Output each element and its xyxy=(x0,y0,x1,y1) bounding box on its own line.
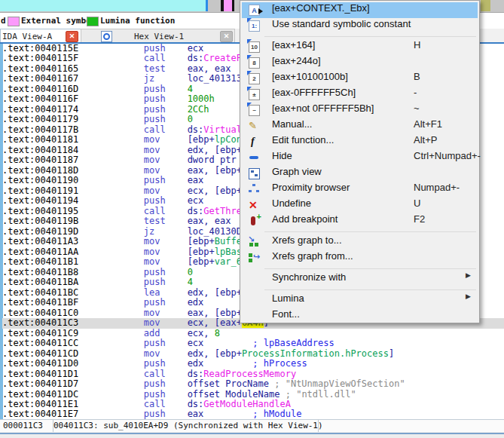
code-token: .text:00401167 xyxy=(2,73,144,84)
code-token: mov xyxy=(144,256,188,267)
code-token: .text:004011BA xyxy=(2,277,144,287)
navband-segment-library-function[interactable] xyxy=(0,0,206,11)
tab-ida-view-a[interactable]: IDA View-A ✕ xyxy=(0,29,81,43)
code-token: .text:004011BF xyxy=(2,297,144,308)
code-token: jz xyxy=(144,73,188,84)
code-token: ] xyxy=(389,348,394,359)
code-token: .text:00401165 xyxy=(2,63,144,74)
menu-item-label: Font... xyxy=(272,308,300,320)
menu-item-eax-context-ebx[interactable]: A[eax+CONTEXT._Ebx] xyxy=(242,2,478,18)
code-token: loc_401313 xyxy=(188,73,242,84)
disasm-line[interactable]: .text:004011D7 push offset ProcName ; "N… xyxy=(2,379,504,389)
code-token: .text:004011C3 xyxy=(2,317,144,328)
menu-item-synchronize-with[interactable]: Synchronize with▶ xyxy=(242,271,478,287)
menu-item-xrefs-graph-from[interactable]: ↪Xrefs graph from... xyxy=(242,250,478,266)
code-token: .text:00401181 xyxy=(2,134,144,145)
code-token: eax, [ebp+ xyxy=(188,165,242,176)
code-token: eax, eax xyxy=(188,216,231,226)
disasm-line[interactable]: .text:004011DC push offset ModuleName ; … xyxy=(2,390,504,400)
code-token: mov xyxy=(144,155,188,165)
menu-item-label: Lumina xyxy=(272,293,304,304)
code-token: ; lpBaseAddress xyxy=(252,338,334,348)
xrefs-from-icon: ↪ xyxy=(248,252,261,264)
code-token: push xyxy=(144,267,188,277)
disasm-line[interactable]: .text:004011CD mov edx, [ebp+ProcessInfo… xyxy=(2,349,504,359)
code-token: ReadProcessMemory xyxy=(203,369,296,379)
code-token: ecx, xyxy=(188,328,215,338)
menu-item-manual[interactable]: ✎Manual...Alt+F1 xyxy=(242,118,478,134)
menu-item-undefine[interactable]: ✕UndefineU xyxy=(242,198,478,213)
disasm-line[interactable]: .text:004011C9 add ecx, 8 xyxy=(2,329,504,338)
menu-item-eax-244o[interactable]: 8[eax+244o] xyxy=(242,55,478,71)
code-token: push xyxy=(144,277,188,287)
disasm-line[interactable]: .text:004011E7 push eax ; hModule xyxy=(2,409,504,419)
menu-shortcut: ~ xyxy=(414,103,420,114)
menu-item-label: [eax+164] xyxy=(272,39,315,51)
menu-separator xyxy=(264,289,476,290)
code-token: .text:00401179 xyxy=(2,114,144,124)
menu-item-edit-function[interactable]: fEdit function...Alt+P xyxy=(242,134,478,150)
submenu-arrow-icon: ▶ xyxy=(466,271,471,279)
menu-item-eax-0ffffff5ch[interactable]: ±[eax-0FFFFFF5Ch]- xyxy=(242,87,478,103)
tab-label: IDA View-A xyxy=(2,32,52,41)
code-token: .text:004011C0 xyxy=(2,308,144,318)
disasm-line[interactable]: .text:004011D1 call ds:ReadProcessMemory xyxy=(2,369,504,379)
navband-segment-data[interactable] xyxy=(490,0,504,11)
menu-shortcut: B xyxy=(414,71,420,82)
code-token: ds: xyxy=(188,369,204,379)
disasm-line[interactable]: .text:004011D0 push edx ; hProcess xyxy=(2,359,504,369)
code-token: offset xyxy=(188,389,226,400)
code-token: ecx xyxy=(188,43,204,54)
menu-shortcut: Numpad+- xyxy=(414,182,460,193)
code-token: push xyxy=(144,358,188,369)
menu-item-hide[interactable]: HideCtrl+Numpad+- xyxy=(242,150,478,166)
navband-segment-unexplored[interactable] xyxy=(481,0,490,11)
menu-item-lumina[interactable]: Lumina▶ xyxy=(242,293,478,308)
legend-label: Lumina function xyxy=(100,16,175,26)
code-token: .text:004011E1 xyxy=(2,399,144,409)
code-token: .text:0040116F xyxy=(2,93,144,104)
status-cell: 000011C3 xyxy=(0,420,53,432)
code-token: .text:00401190 xyxy=(2,175,144,185)
menu-separator xyxy=(264,36,476,37)
tab-hex-view-1[interactable]: Hex View-1 ✕ xyxy=(81,29,235,43)
undefine-icon: ✕ xyxy=(248,199,261,211)
code-token: mov xyxy=(144,247,188,257)
code-token: push xyxy=(144,195,188,206)
code-token: [ebp+ xyxy=(188,134,215,145)
menu-item-eax-164[interactable]: 10[eax+164]H xyxy=(242,39,478,55)
menu-item-label: Synchronize with xyxy=(272,271,346,283)
menu-item-xrefs-graph-to[interactable]: ↘Xrefs graph to... xyxy=(242,234,478,250)
menu-item-graph-view[interactable]: Graph view xyxy=(242,166,478,182)
code-token: call xyxy=(144,369,188,379)
menu-item-eax-10100100b[interactable]: 2[eax+10100100b]B xyxy=(242,71,478,87)
disasm-line[interactable]: .text:004011CC push ecx ; lpBaseAddress xyxy=(2,338,504,348)
code-token: ecx, [eax+ xyxy=(188,317,242,328)
code-token: push xyxy=(144,378,188,389)
code-token: .text:00401191 xyxy=(2,185,144,196)
code-token: mov xyxy=(144,185,188,196)
disasm-line[interactable]: .text:004011E1 call ds:GetModuleHandleA xyxy=(2,400,504,409)
code-token: push xyxy=(144,297,188,308)
navband-segment-data[interactable] xyxy=(208,0,221,11)
menu-item-eax-not-0ffffff5bh[interactable]: ~[eax+not 0FFFFFF5Bh]~ xyxy=(242,103,478,118)
menu-item-label: [eax+244o] xyxy=(272,55,321,66)
code-token: push xyxy=(144,43,188,54)
close-icon[interactable]: ✕ xyxy=(220,31,233,42)
code-token: ProcName xyxy=(225,378,269,389)
code-token: eax xyxy=(188,175,204,185)
code-token: 4 xyxy=(188,84,193,94)
navband-segment-external-symbol[interactable] xyxy=(224,0,232,11)
close-icon[interactable]: ✕ xyxy=(66,31,78,42)
code-token: mov xyxy=(144,317,188,328)
menu-item-add-breakpoint[interactable]: +Add breakpointF2 xyxy=(242,213,478,229)
proximity-browser-icon xyxy=(248,183,261,195)
code-token: edx xyxy=(188,358,204,369)
menu-item-proximity-browser[interactable]: Proximity browserNumpad+- xyxy=(242,182,478,198)
code-token: 4 xyxy=(188,277,193,287)
code-token: .text:0040115E xyxy=(2,43,144,54)
menu-item-font[interactable]: Font... xyxy=(242,308,478,324)
code-token: ; hModule xyxy=(252,409,301,419)
menu-item-use-standard-symbolic-constant[interactable]: 1:Use standard symbolic constant xyxy=(242,18,478,34)
code-token: ModuleName xyxy=(225,389,279,400)
